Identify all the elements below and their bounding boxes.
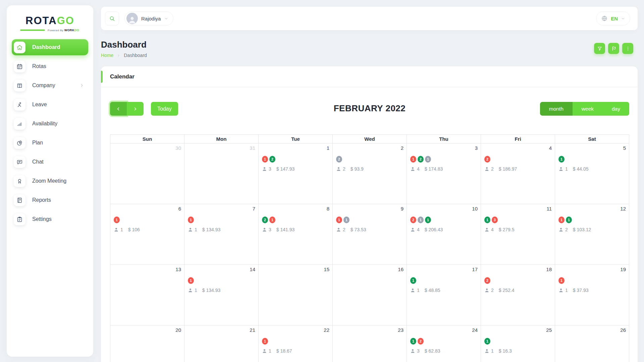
calendar-day-cell[interactable]: 102114$ 206.43	[407, 204, 481, 265]
event-badge-grey[interactable]: 1	[418, 217, 424, 223]
event-badge-grey[interactable]: 2	[336, 156, 342, 163]
event-badge-green[interactable]: 1	[558, 156, 565, 163]
calendar-day-cell[interactable]: 21	[184, 325, 259, 362]
sidebar-item-leave[interactable]: Leave	[12, 97, 88, 113]
day-amount: $ 134.93	[202, 227, 221, 232]
calendar-day-cell[interactable]: 24123$ 62.83	[407, 325, 481, 362]
day-amount: $ 141.93	[276, 227, 295, 232]
event-badge-green[interactable]: 2	[262, 217, 268, 223]
sidebar-item-plan[interactable]: Plan	[12, 135, 88, 151]
calendar-day-cell[interactable]: 26	[555, 325, 629, 362]
view-month-button[interactable]: month	[540, 102, 573, 116]
event-badge-green[interactable]: 1	[484, 338, 490, 345]
event-badge-green[interactable]: 1	[410, 338, 416, 345]
event-badge-red[interactable]: 1	[558, 277, 565, 284]
day-summary: 4$ 206.43	[410, 227, 481, 232]
calendar-week-row: 20212211$ 18.672324123$ 62.832511$ 16.32…	[110, 325, 629, 362]
calendar-day-cell[interactable]: 31	[184, 143, 259, 204]
calendar-day-cell[interactable]: 13	[110, 265, 184, 325]
event-badge-red[interactable]: 1	[269, 217, 275, 223]
event-badge-grey[interactable]: 1	[425, 156, 431, 163]
sidebar-item-rotas[interactable]: Rotas	[12, 58, 88, 74]
calendar-day-cell[interactable]: 12112$ 103.12	[555, 204, 629, 265]
calendar-day-cell[interactable]: 8213$ 141.93	[259, 204, 333, 265]
calendar-day-cell[interactable]: 611$ 106	[110, 204, 184, 265]
people-icon	[410, 349, 415, 354]
calendar-day-cell[interactable]: 422$ 186.97	[481, 143, 555, 204]
event-badge-red[interactable]: 1	[114, 217, 120, 223]
language-selector[interactable]: EN	[596, 11, 630, 25]
chat-icon	[14, 156, 25, 168]
flag-button[interactable]	[608, 43, 619, 54]
filter-button[interactable]	[594, 43, 605, 54]
calendar-day-cell[interactable]: 30	[110, 143, 184, 204]
calendar-week-row: 131411$ 134.9315161711$ 48.851822$ 252.4…	[110, 265, 629, 325]
day-amount: $ 73.53	[351, 227, 366, 232]
calendar-day-cell[interactable]: 15	[259, 265, 333, 325]
calendar-day-cell[interactable]: 31214$ 174.83	[407, 143, 481, 204]
calendar-card: Calendar Today FEBRUARY 2022 monthweekda…	[101, 66, 638, 362]
calendar-day-cell[interactable]: 9112$ 73.53	[333, 204, 407, 265]
calendar-day-cell[interactable]: 1411$ 134.93	[184, 265, 259, 325]
view-day-button[interactable]: day	[603, 102, 629, 116]
sidebar-item-availability[interactable]: Availability	[12, 116, 88, 132]
calendar-day-cell[interactable]: 20	[110, 325, 184, 362]
event-badge-red[interactable]: 2	[418, 338, 424, 345]
event-badge-green[interactable]: 2	[269, 156, 275, 163]
more-options-button[interactable]	[622, 43, 633, 54]
calendar-day-cell[interactable]: 1711$ 48.85	[407, 265, 481, 325]
sidebar-item-dashboard[interactable]: Dashboard	[12, 39, 88, 55]
calendar-day-cell[interactable]: 1123$ 147.93	[259, 143, 333, 204]
day-summary: 2$ 186.97	[484, 166, 555, 172]
avatar	[126, 13, 138, 24]
sidebar-item-zoom-meeting[interactable]: Zoom Meeting	[12, 173, 88, 189]
chevron-down-icon	[164, 16, 168, 21]
calendar-day-cell[interactable]: 711$ 134.93	[184, 204, 259, 265]
event-badge-red[interactable]: 1	[262, 338, 268, 345]
calendar-day-cell[interactable]: 11134$ 279.5	[481, 204, 555, 265]
calendar-day-cell[interactable]: 23	[333, 325, 407, 362]
event-badge-red[interactable]: 1	[188, 217, 194, 223]
sidebar-item-label: Dashboard	[32, 44, 60, 50]
event-badge-red[interactable]: 1	[262, 156, 268, 163]
calendar-day-cell[interactable]: 511$ 44.05	[555, 143, 629, 204]
day-summary: 1$ 134.93	[188, 288, 258, 293]
event-badge-red[interactable]: 2	[484, 277, 490, 284]
day-amount: $ 103.12	[573, 227, 591, 232]
day-number: 25	[481, 325, 555, 333]
sidebar-item-chat[interactable]: Chat	[12, 154, 88, 170]
user-menu[interactable]: Rajodiya	[124, 11, 173, 25]
event-badge-grey[interactable]: 1	[343, 217, 350, 223]
event-badge-red[interactable]: 1	[410, 156, 416, 163]
day-summary: 3$ 147.93	[262, 166, 332, 172]
event-badge-red[interactable]: 2	[410, 217, 416, 223]
event-badge-green[interactable]: 1	[484, 217, 490, 223]
day-number: 18	[481, 265, 555, 272]
calendar-day-cell[interactable]: 1911$ 37.93	[555, 265, 629, 325]
people-count: 1	[491, 348, 494, 354]
event-badge-red[interactable]: 1	[336, 217, 342, 223]
sidebar-item-settings[interactable]: Settings	[12, 211, 88, 227]
day-number: 12	[555, 204, 629, 212]
event-badge-green[interactable]: 2	[418, 156, 424, 163]
event-badge-red[interactable]: 1	[188, 277, 194, 284]
calendar-day-cell[interactable]: 2211$ 18.67	[259, 325, 333, 362]
sidebar-item-company[interactable]: Company	[12, 77, 88, 94]
breadcrumb-current: Dashboard	[124, 53, 147, 58]
person-icon	[14, 99, 25, 111]
calendar-day-cell[interactable]: 16	[333, 265, 407, 325]
calendar-day-cell[interactable]: 222$ 93.9	[333, 143, 407, 204]
event-badge-green[interactable]: 1	[566, 217, 572, 223]
calendar-day-cell[interactable]: 1822$ 252.4	[481, 265, 555, 325]
event-badge-red[interactable]: 3	[492, 217, 498, 223]
event-badge-green[interactable]: 1	[425, 217, 431, 223]
event-badge-green[interactable]: 1	[410, 277, 416, 284]
event-badge-red[interactable]: 2	[484, 156, 490, 163]
sidebar-item-reports[interactable]: Reports	[12, 192, 88, 208]
calendar-day-cell[interactable]: 2511$ 16.3	[481, 325, 555, 362]
breadcrumb-home-link[interactable]: Home	[101, 53, 113, 58]
day-number: 1	[259, 143, 332, 151]
event-badge-red[interactable]: 1	[558, 217, 565, 223]
view-week-button[interactable]: week	[573, 102, 603, 116]
search-button[interactable]	[105, 11, 119, 25]
